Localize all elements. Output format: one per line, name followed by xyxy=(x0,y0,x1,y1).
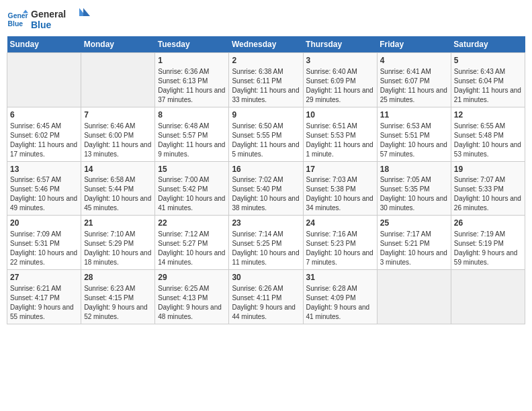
day-cell: 31Sunrise: 6:28 AM Sunset: 4:09 PM Dayli… xyxy=(303,270,377,324)
day-info: Sunrise: 7:16 AM Sunset: 5:23 PM Dayligh… xyxy=(306,230,374,267)
svg-text:Blue: Blue xyxy=(8,20,24,28)
day-number: 7 xyxy=(84,109,152,121)
day-info: Sunrise: 7:02 AM Sunset: 5:40 PM Dayligh… xyxy=(232,175,300,213)
day-info: Sunrise: 6:53 AM Sunset: 5:51 PM Dayligh… xyxy=(380,122,448,159)
day-number: 21 xyxy=(84,218,152,229)
day-number: 27 xyxy=(10,272,78,283)
day-cell: 18Sunrise: 7:05 AM Sunset: 5:35 PM Dayli… xyxy=(377,161,451,216)
day-cell: 23Sunrise: 7:14 AM Sunset: 5:25 PM Dayli… xyxy=(229,216,303,270)
day-info: Sunrise: 7:07 AM Sunset: 5:33 PM Dayligh… xyxy=(454,175,522,213)
day-info: Sunrise: 6:28 AM Sunset: 4:09 PM Dayligh… xyxy=(306,284,374,322)
day-number: 12 xyxy=(454,109,522,121)
calendar-table: SundayMondayTuesdayWednesdayThursdayFrid… xyxy=(7,36,525,324)
day-number: 30 xyxy=(232,272,300,283)
day-number: 20 xyxy=(10,218,78,229)
day-number: 8 xyxy=(158,109,226,121)
day-cell: 15Sunrise: 7:00 AM Sunset: 5:42 PM Dayli… xyxy=(155,161,229,216)
day-number: 15 xyxy=(158,164,226,175)
day-number: 6 xyxy=(10,109,78,121)
day-info: Sunrise: 6:43 AM Sunset: 6:04 PM Dayligh… xyxy=(454,67,522,105)
day-number: 29 xyxy=(158,272,226,283)
day-number: 28 xyxy=(84,272,152,283)
day-number: 17 xyxy=(306,164,374,175)
day-cell: 8Sunrise: 6:48 AM Sunset: 5:57 PM Daylig… xyxy=(155,107,229,161)
day-info: Sunrise: 7:09 AM Sunset: 5:31 PM Dayligh… xyxy=(10,230,78,267)
header-cell-tuesday: Tuesday xyxy=(155,36,229,53)
day-info: Sunrise: 6:58 AM Sunset: 5:44 PM Dayligh… xyxy=(84,175,152,213)
header: General Blue General Blue xyxy=(7,7,525,32)
day-info: Sunrise: 6:26 AM Sunset: 4:11 PM Dayligh… xyxy=(232,284,300,322)
day-info: Sunrise: 7:17 AM Sunset: 5:21 PM Dayligh… xyxy=(380,230,448,267)
day-cell: 14Sunrise: 6:58 AM Sunset: 5:44 PM Dayli… xyxy=(81,161,155,216)
day-cell: 3Sunrise: 6:40 AM Sunset: 6:09 PM Daylig… xyxy=(303,53,377,107)
day-number: 9 xyxy=(232,109,300,121)
day-info: Sunrise: 7:05 AM Sunset: 5:35 PM Dayligh… xyxy=(380,175,448,213)
logo: General Blue General Blue xyxy=(7,7,91,32)
day-number: 19 xyxy=(454,164,522,175)
day-number: 16 xyxy=(232,164,300,175)
day-number: 22 xyxy=(158,218,226,229)
day-info: Sunrise: 7:12 AM Sunset: 5:27 PM Dayligh… xyxy=(158,230,226,267)
day-number: 13 xyxy=(10,164,78,175)
day-info: Sunrise: 6:21 AM Sunset: 4:17 PM Dayligh… xyxy=(10,284,78,322)
day-cell xyxy=(377,270,451,324)
header-row: SundayMondayTuesdayWednesdayThursdayFrid… xyxy=(7,36,525,53)
week-row-3: 13Sunrise: 6:57 AM Sunset: 5:46 PM Dayli… xyxy=(7,161,525,216)
day-info: Sunrise: 6:41 AM Sunset: 6:07 PM Dayligh… xyxy=(380,67,448,105)
day-number: 18 xyxy=(380,164,448,175)
day-info: Sunrise: 7:03 AM Sunset: 5:38 PM Dayligh… xyxy=(306,175,374,213)
day-info: Sunrise: 7:10 AM Sunset: 5:29 PM Dayligh… xyxy=(84,230,152,267)
day-cell: 1Sunrise: 6:36 AM Sunset: 6:13 PM Daylig… xyxy=(155,53,229,107)
week-row-1: 1Sunrise: 6:36 AM Sunset: 6:13 PM Daylig… xyxy=(7,53,525,107)
logo-icon: General Blue xyxy=(7,9,28,30)
day-cell: 27Sunrise: 6:21 AM Sunset: 4:17 PM Dayli… xyxy=(7,270,81,324)
day-number: 24 xyxy=(306,218,374,229)
day-number: 1 xyxy=(158,55,226,66)
day-cell: 13Sunrise: 6:57 AM Sunset: 5:46 PM Dayli… xyxy=(7,161,81,216)
day-cell: 6Sunrise: 6:45 AM Sunset: 6:02 PM Daylig… xyxy=(7,107,81,161)
header-cell-wednesday: Wednesday xyxy=(229,36,303,53)
header-cell-saturday: Saturday xyxy=(451,36,525,53)
day-number: 5 xyxy=(454,55,522,66)
day-info: Sunrise: 7:19 AM Sunset: 5:19 PM Dayligh… xyxy=(454,230,522,267)
day-info: Sunrise: 6:40 AM Sunset: 6:09 PM Dayligh… xyxy=(306,67,374,105)
week-row-5: 27Sunrise: 6:21 AM Sunset: 4:17 PM Dayli… xyxy=(7,270,525,324)
header-cell-monday: Monday xyxy=(81,36,155,53)
day-info: Sunrise: 6:55 AM Sunset: 5:48 PM Dayligh… xyxy=(454,122,522,159)
svg-marker-6 xyxy=(83,8,90,16)
day-info: Sunrise: 6:23 AM Sunset: 4:15 PM Dayligh… xyxy=(84,284,152,322)
day-cell: 9Sunrise: 6:50 AM Sunset: 5:55 PM Daylig… xyxy=(229,107,303,161)
day-number: 14 xyxy=(84,164,152,175)
day-cell: 2Sunrise: 6:38 AM Sunset: 6:11 PM Daylig… xyxy=(229,53,303,107)
day-info: Sunrise: 6:36 AM Sunset: 6:13 PM Dayligh… xyxy=(158,67,226,105)
day-cell: 19Sunrise: 7:07 AM Sunset: 5:33 PM Dayli… xyxy=(451,161,525,216)
week-row-2: 6Sunrise: 6:45 AM Sunset: 6:02 PM Daylig… xyxy=(7,107,525,161)
day-cell: 4Sunrise: 6:41 AM Sunset: 6:07 PM Daylig… xyxy=(377,53,451,107)
day-number: 10 xyxy=(306,109,374,121)
day-cell xyxy=(7,53,81,107)
day-info: Sunrise: 6:38 AM Sunset: 6:11 PM Dayligh… xyxy=(232,67,300,105)
header-cell-sunday: Sunday xyxy=(7,36,81,53)
day-cell: 28Sunrise: 6:23 AM Sunset: 4:15 PM Dayli… xyxy=(81,270,155,324)
day-cell: 24Sunrise: 7:16 AM Sunset: 5:23 PM Dayli… xyxy=(303,216,377,270)
svg-text:Blue: Blue xyxy=(31,19,52,30)
day-cell: 16Sunrise: 7:02 AM Sunset: 5:40 PM Dayli… xyxy=(229,161,303,216)
svg-text:General: General xyxy=(8,12,28,19)
day-cell: 25Sunrise: 7:17 AM Sunset: 5:21 PM Dayli… xyxy=(377,216,451,270)
day-number: 25 xyxy=(380,218,448,229)
day-info: Sunrise: 6:48 AM Sunset: 5:57 PM Dayligh… xyxy=(158,122,226,159)
svg-marker-2 xyxy=(23,10,28,13)
day-cell xyxy=(451,270,525,324)
day-info: Sunrise: 7:14 AM Sunset: 5:25 PM Dayligh… xyxy=(232,230,300,267)
day-number: 2 xyxy=(232,55,300,66)
week-row-4: 20Sunrise: 7:09 AM Sunset: 5:31 PM Dayli… xyxy=(7,216,525,270)
day-number: 4 xyxy=(380,55,448,66)
day-info: Sunrise: 6:51 AM Sunset: 5:53 PM Dayligh… xyxy=(306,122,374,159)
day-cell xyxy=(81,53,155,107)
header-cell-friday: Friday xyxy=(377,36,451,53)
day-cell: 29Sunrise: 6:25 AM Sunset: 4:13 PM Dayli… xyxy=(155,270,229,324)
day-info: Sunrise: 6:57 AM Sunset: 5:46 PM Dayligh… xyxy=(10,175,78,213)
day-number: 26 xyxy=(454,218,522,229)
svg-text:General: General xyxy=(31,9,66,19)
day-cell: 10Sunrise: 6:51 AM Sunset: 5:53 PM Dayli… xyxy=(303,107,377,161)
